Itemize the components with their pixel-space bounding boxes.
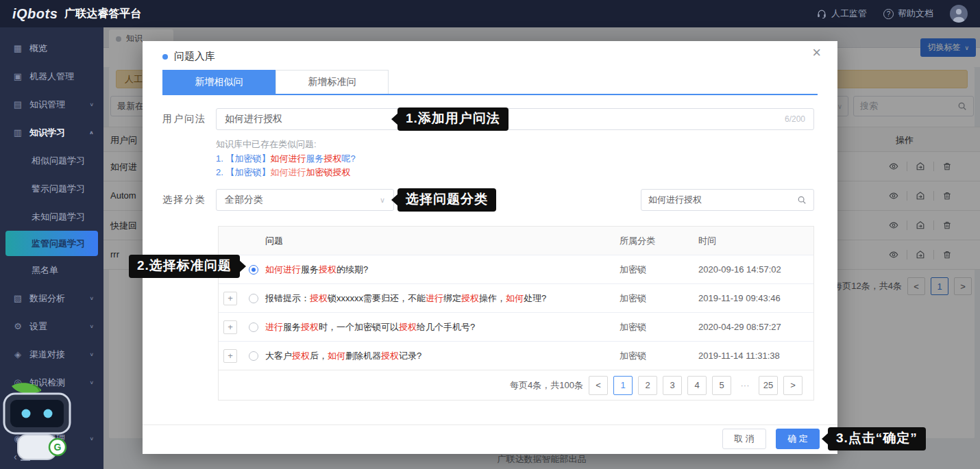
modal-header: 问题入库	[162, 50, 215, 63]
svg-text:G: G	[54, 442, 62, 453]
radio-select-question[interactable]	[249, 294, 258, 303]
pagination-ellipsis[interactable]: ···	[737, 380, 753, 390]
sidebar-item-label: 设置	[29, 320, 47, 333]
user-question-label: 用户问法	[162, 113, 206, 125]
page-number-button[interactable]: 25	[759, 376, 778, 395]
column-category: 所属分类	[620, 235, 698, 247]
pagination-summary: 每页4条，共100条	[510, 379, 583, 392]
page-number-button[interactable]: 4	[687, 376, 707, 395]
table-body: + 如何进行服务授权的续期? 加密锁 2020-09-16 14:57:02 +…	[219, 255, 813, 370]
radio-cell	[242, 351, 265, 361]
modal-footer: 取 消 确 定	[722, 429, 820, 449]
confirm-button[interactable]: 确 定	[776, 429, 820, 449]
user-question-value: 如何进行授权	[225, 113, 282, 125]
sidebar-item-label: 未知问题学习	[32, 211, 85, 223]
tabs-underline	[162, 94, 818, 95]
expand-cell: +	[219, 349, 242, 363]
callout-click-confirm: 3.点击“确定”	[828, 427, 926, 451]
page-number-button[interactable]: 2	[638, 376, 657, 395]
expand-row-button[interactable]: +	[223, 292, 237, 305]
cancel-button[interactable]: 取 消	[722, 429, 766, 449]
question-circle-icon: ?	[883, 9, 894, 19]
robot-icon: ▣	[12, 71, 23, 81]
close-icon[interactable]: ×	[812, 45, 821, 60]
sidebar-item-knowledge-management[interactable]: ▤知识管理∨	[0, 90, 103, 118]
user-question-input[interactable]: 如何进行授权 6/200	[216, 108, 814, 130]
sidebar-item-unknown-question-learning[interactable]: 未知问题学习	[0, 203, 103, 231]
sidebar-item-similar-question-learning[interactable]: 相似问题学习	[0, 147, 103, 175]
sidebar-item-channel-integration[interactable]: ◈渠道对接∨	[0, 340, 103, 368]
category-label: 选择分类	[162, 194, 206, 206]
modal-tabs: 新增相似问 新增标准问	[162, 70, 389, 94]
next-page-button[interactable]: >	[783, 376, 803, 395]
similar-question-link[interactable]: 2. 【加密锁】如何进行加密锁授权	[216, 166, 350, 179]
chevron-up-icon: ∧	[89, 130, 94, 136]
sidebar-item-label: 机器人管理	[29, 71, 74, 83]
expand-row-button[interactable]: +	[223, 349, 237, 363]
top-header: iQbots 广联达睿答平台 人工监管 ? 帮助文档	[0, 0, 980, 27]
radio-select-question[interactable]	[249, 265, 258, 275]
expand-cell: +	[219, 292, 242, 305]
manual-monitor-label: 人工监管	[831, 8, 867, 20]
open-book-icon: ▥	[12, 127, 23, 138]
radio-select-question[interactable]	[249, 322, 258, 332]
callout-add-user-question: 1.添加用户问法	[397, 107, 509, 131]
question-search-value: 如何进行授权	[648, 194, 702, 206]
share-icon: ◈	[12, 349, 23, 359]
table-row-1: + 报错提示：授权锁xxxxxx需要归还，不能进行绑定授权操作，如何处理? 加密…	[219, 283, 813, 312]
user-avatar[interactable]	[950, 5, 968, 23]
sidebar-item-warning-question-learning[interactable]: 警示问题学习	[0, 175, 103, 203]
standard-question-table: 问题 所属分类 时间 + 如何进行服务授权的续期? 加密锁 2020-09-16…	[218, 226, 814, 401]
chevron-down-icon: ∨	[89, 296, 94, 301]
sidebar-item-data-analysis[interactable]: ▧数据分析∨	[0, 284, 103, 312]
gear-icon: ⚙	[12, 321, 23, 331]
chevron-down-icon: ∨	[89, 352, 94, 357]
platform-title: 广联达睿答平台	[64, 7, 141, 21]
manual-monitor-link[interactable]: 人工监管	[816, 8, 867, 20]
question-time: 2020-09-16 14:57:02	[698, 264, 813, 275]
page-number-button[interactable]: 5	[712, 376, 731, 395]
question-time: 2019-11-19 09:43:46	[698, 293, 813, 303]
callout-select-standard: 2.选择标准问题	[129, 255, 240, 278]
sidebar-item-overview[interactable]: ▦概览	[0, 34, 103, 62]
table-header-row: 问题 所属分类 时间	[219, 227, 813, 255]
question-time: 2020-04-29 08:57:27	[698, 322, 813, 332]
search-icon	[797, 195, 807, 205]
sidebar-item-supervised-question-learning[interactable]: 监管问题学习	[5, 231, 98, 256]
sidebar-item-label: 黑名单	[32, 264, 58, 277]
sidebar-item-knowledge-learning[interactable]: ▥知识学习∧	[0, 118, 103, 147]
help-doc-link[interactable]: ? 帮助文档	[883, 8, 933, 20]
expand-row-button[interactable]: +	[223, 320, 237, 334]
table-row-3: + 大客户授权后，如何删除机器授权记录? 加密锁 2019-11-14 11:3…	[219, 341, 813, 370]
question-text: 进行服务授权时，一个加密锁可以授权给几个手机号?	[265, 321, 620, 333]
page-number-button[interactable]: 3	[663, 376, 682, 395]
chevron-down-icon: ∨	[89, 380, 94, 385]
chevron-down-icon: ∨	[89, 436, 94, 442]
book-icon: ▤	[12, 99, 23, 110]
chevron-down-icon: ∨	[89, 102, 94, 107]
similar-exists-title: 知识库中已存在类似问题:	[216, 138, 317, 151]
sidebar-item-label: 概览	[29, 42, 47, 55]
sidebar-item-blacklist[interactable]: 黑名单	[0, 256, 103, 284]
radio-select-question[interactable]	[249, 351, 258, 361]
sidebar-item-label: 渠道对接	[29, 348, 65, 361]
prev-page-button[interactable]: <	[589, 376, 608, 395]
sidebar-item-label: 监管问题学习	[32, 238, 85, 250]
header-actions: 人工监管 ? 帮助文档	[816, 5, 968, 23]
char-counter: 6/200	[785, 114, 805, 124]
tab-add-similar-question[interactable]: 新增相似问	[162, 70, 275, 94]
sidebar-item-label: 知识学习	[29, 127, 65, 139]
sidebar-item-settings[interactable]: ⚙设置∨	[0, 312, 103, 340]
question-category: 加密锁	[620, 264, 698, 276]
page-number-button[interactable]: 1	[613, 376, 633, 395]
sidebar-item-robot-management[interactable]: ▣机器人管理	[0, 62, 103, 90]
category-select[interactable]: 全部分类 ∨	[216, 189, 394, 211]
question-category: 加密锁	[620, 350, 698, 362]
sidebar-item-label: 数据分析	[29, 292, 65, 305]
expand-cell: +	[219, 320, 242, 334]
help-doc-label: 帮助文档	[898, 8, 933, 20]
question-search-input[interactable]: 如何进行授权	[641, 189, 814, 211]
tab-add-standard-question[interactable]: 新增标准问	[275, 70, 389, 94]
headset-icon	[816, 8, 827, 19]
similar-question-link[interactable]: 1. 【加密锁】如何进行服务授权呢?	[216, 153, 356, 165]
